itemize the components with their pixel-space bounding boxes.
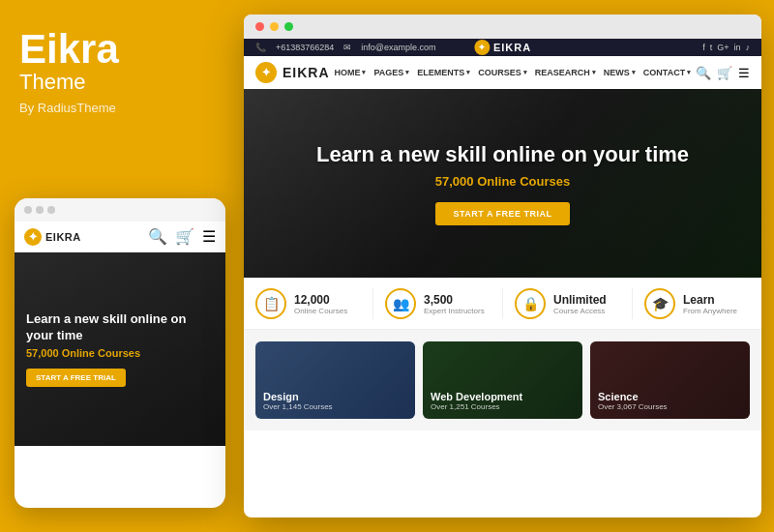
category-design-overlay: Design Over 1,145 Courses: [255, 341, 415, 419]
stat-label-courses: Online Courses: [294, 307, 347, 315]
site-hero-sub: 57,000 Online Courses: [435, 174, 570, 189]
category-web-dev[interactable]: Web Development Over 1,251 Courses: [423, 341, 582, 419]
topbar-logo-text: EIKRA: [493, 42, 531, 53]
topbar-logo-star: ✦: [478, 43, 486, 52]
category-web-sub: Over 1,251 Courses: [431, 402, 575, 411]
stat-icon-instructors: 👥: [385, 288, 416, 319]
mobile-courses-num: 57,000: [26, 347, 59, 359]
brand-by: By RadiusTheme: [19, 101, 218, 115]
mobile-logo-icon: ✦: [24, 228, 42, 246]
topbar-left: 📞 +61383766284 ✉ info@example.com: [255, 43, 436, 52]
dot-1: [24, 206, 32, 214]
browser-dot-yellow[interactable]: [270, 22, 279, 31]
topbar-center: ✦ EIKRA: [474, 40, 531, 55]
googleplus-icon[interactable]: G+: [717, 43, 729, 52]
category-science[interactable]: Science Over 3,067 Courses: [590, 341, 750, 419]
category-science-sub: Over 3,067 Courses: [598, 402, 742, 411]
cart-icon[interactable]: 🛒: [175, 227, 194, 246]
stat-info-access: Unlimited Course Access: [553, 293, 607, 315]
nav-news[interactable]: NEWS ▾: [604, 68, 636, 77]
email-icon: ✉: [343, 43, 351, 52]
stat-icon-learn: 🎓: [644, 288, 675, 319]
stat-icon-access: 🔒: [515, 288, 546, 319]
site-cart-icon[interactable]: 🛒: [717, 66, 732, 80]
browser-dot-green[interactable]: [284, 22, 293, 31]
category-web-title: Web Development: [431, 391, 575, 402]
category-science-overlay: Science Over 3,067 Courses: [590, 341, 750, 419]
stat-instructors: 👥 3,500 Expert Instructors: [373, 288, 503, 319]
site-logo: ✦ EIKRA: [255, 62, 330, 83]
hero-courses-num: 57,000: [435, 174, 474, 189]
site-logo-star: ✦: [261, 66, 271, 79]
stat-info-instructors: 3,500 Expert Instructors: [424, 293, 485, 315]
site-hero-title: Learn a new skill online on your time: [316, 141, 689, 169]
site-nav-actions: 🔍 🛒 ☰: [696, 66, 750, 80]
stat-label-learn: From Anywhere: [683, 307, 737, 315]
mobile-logo-star: ✦: [28, 230, 38, 244]
mobile-courses: 57,000 Online Courses: [26, 347, 214, 359]
stat-num-access: Unlimited: [553, 293, 607, 307]
site-hero: Learn a new skill online on your time 57…: [244, 89, 761, 278]
stat-info-learn: Learn From Anywhere: [683, 293, 737, 315]
stat-icon-courses: 📋: [255, 288, 286, 319]
brand-subtitle: Theme: [19, 70, 218, 95]
site-search-icon[interactable]: 🔍: [696, 66, 711, 80]
mobile-logo: ✦ EIKRA: [24, 228, 81, 246]
mobile-hero-title: Learn a new skill online on your time: [26, 311, 214, 344]
site-logo-text: EIKRA: [283, 65, 330, 80]
left-panel: Eikra Theme By RadiusTheme ✦ EIKRA 🔍 🛒 ☰: [0, 0, 237, 532]
category-section: Design Over 1,145 Courses Web Developmen…: [244, 330, 761, 430]
browser-dot-red[interactable]: [255, 22, 264, 31]
nav-pages[interactable]: PAGES ▾: [373, 68, 409, 77]
category-design-title: Design: [263, 391, 407, 402]
topbar-email: info@example.com: [361, 43, 435, 52]
topbar-right: f t G+ in ♪: [702, 43, 750, 52]
stat-online-courses: 📋 12,000 Online Courses: [244, 288, 373, 319]
nav-elements[interactable]: ELEMENTS ▾: [417, 68, 470, 77]
site-navbar: ✦ EIKRA HOME ▾ PAGES ▾ ELEMENTS ▾ COURSE…: [244, 56, 761, 89]
site-topbar: 📞 +61383766284 ✉ info@example.com ✦ EIKR…: [244, 39, 761, 56]
mobile-logo-text: EIKRA: [45, 231, 81, 243]
stat-label-instructors: Expert Instructors: [424, 307, 485, 315]
category-design-sub: Over 1,145 Courses: [263, 402, 407, 411]
site-logo-icon: ✦: [255, 62, 277, 83]
nav-courses[interactable]: COURSES ▾: [478, 68, 527, 77]
stat-num-courses: 12,000: [294, 293, 347, 307]
nav-home[interactable]: HOME ▾: [334, 68, 366, 77]
site-menu-icon[interactable]: ☰: [738, 66, 750, 80]
rss-icon[interactable]: ♪: [746, 43, 751, 52]
brand-title: Eikra: [19, 29, 218, 70]
stat-num-instructors: 3,500: [424, 293, 485, 307]
topbar-phone: +61383766284: [276, 43, 334, 52]
site-hero-cta[interactable]: START A FREE TRIAL: [435, 202, 569, 225]
search-icon[interactable]: 🔍: [148, 227, 167, 246]
linkedin-icon[interactable]: in: [733, 43, 740, 52]
category-web-overlay: Web Development Over 1,251 Courses: [423, 341, 582, 419]
category-science-title: Science: [598, 391, 742, 402]
topbar-logo-icon: ✦: [474, 40, 490, 55]
dot-2: [36, 206, 44, 214]
browser-chrome: [244, 15, 761, 39]
mobile-nav-icons: 🔍 🛒 ☰: [148, 227, 216, 246]
nav-research[interactable]: REASEARCH ▾: [535, 68, 596, 77]
stat-learn: 🎓 Learn From Anywhere: [633, 288, 761, 319]
stat-label-access: Course Access: [553, 307, 607, 315]
hero-courses-text: Online Courses: [477, 174, 570, 189]
phone-icon: 📞: [255, 43, 266, 52]
facebook-icon[interactable]: f: [702, 43, 705, 52]
twitter-icon[interactable]: t: [710, 43, 713, 52]
nav-contact[interactable]: CONTACT ▾: [643, 68, 691, 77]
stat-access: 🔒 Unlimited Course Access: [503, 288, 633, 319]
dot-3: [47, 206, 55, 214]
mobile-card-dots: [15, 198, 225, 222]
mobile-preview: ✦ EIKRA 🔍 🛒 ☰ Learn a new skill online o…: [15, 198, 225, 508]
stat-info-courses: 12,000 Online Courses: [294, 293, 347, 315]
category-design[interactable]: Design Over 1,145 Courses: [255, 341, 415, 419]
mobile-navbar: ✦ EIKRA 🔍 🛒 ☰: [15, 222, 225, 252]
menu-icon[interactable]: ☰: [202, 227, 216, 246]
stat-num-learn: Learn: [683, 293, 737, 307]
browser-mockup: 📞 +61383766284 ✉ info@example.com ✦ EIKR…: [244, 15, 761, 517]
mobile-cta-button[interactable]: START A FREE TRIAL: [26, 369, 126, 387]
mobile-hero: Learn a new skill online on your time 57…: [15, 252, 225, 446]
stats-bar: 📋 12,000 Online Courses 👥 3,500 Expert I…: [244, 278, 761, 330]
